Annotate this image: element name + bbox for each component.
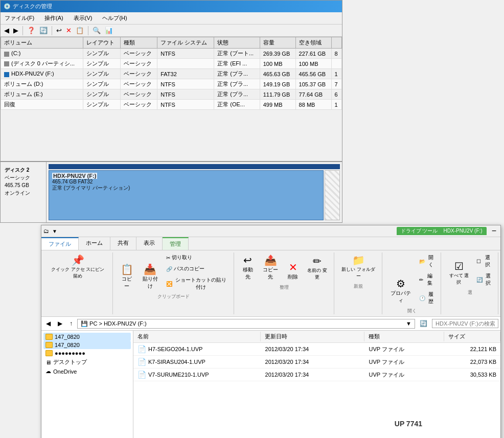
menu-help[interactable]: ヘルプ(H) xyxy=(100,13,129,23)
tab-home[interactable]: ホーム xyxy=(79,237,110,250)
nav-item[interactable]: ●●●●●●●●● xyxy=(43,349,131,357)
rescan-button[interactable]: 🔍 xyxy=(91,26,102,35)
vol-capacity: 149.19 GB xyxy=(260,79,295,89)
file-name: V7-SURUME210-1.UVP xyxy=(148,372,209,378)
col-name[interactable]: 名前 xyxy=(133,332,261,341)
vol-capacity: 269.39 GB xyxy=(260,49,295,59)
back-nav-button[interactable]: ◀ xyxy=(43,318,53,329)
vol-name: (ディスク 0 パーティシ... xyxy=(1,59,83,69)
quick-access-button[interactable]: 📌 クイック アクセ スにピン留め xyxy=(47,252,109,282)
menu-action[interactable]: 操作(A) xyxy=(42,13,65,23)
vol-extra: 1 xyxy=(331,69,341,79)
col-volume[interactable]: ボリューム xyxy=(1,37,83,49)
help-button[interactable]: ❓ xyxy=(26,26,37,35)
tab-manage[interactable]: 管理 xyxy=(163,237,189,250)
refresh-nav-button[interactable]: 🔄 xyxy=(417,318,430,329)
delete-ribbon-button[interactable]: ✕ 削除 xyxy=(283,260,303,283)
dropdown-arrow[interactable]: ▼ xyxy=(406,320,411,327)
col-date[interactable]: 更新日時 xyxy=(261,332,364,341)
address-bar: ◀ ▶ ↑ 💾 PC > HDX-PNU2V (F:) ▼ 🔄 xyxy=(41,317,500,331)
refresh-button[interactable]: 🔄 xyxy=(38,26,49,35)
new-folder-button[interactable]: 📁 新しい フォルダー xyxy=(338,252,379,282)
table-row[interactable]: HDX-PNU2V (F:) シンプル ベーシック FAT32 正常 (プラ..… xyxy=(1,69,342,79)
nav-item[interactable]: 147_0820 xyxy=(43,333,131,341)
history-button[interactable]: 🕐 履歴 xyxy=(417,289,438,307)
copy-to-button[interactable]: 📤 コピー先 xyxy=(259,252,282,283)
vol-layout: シンプル xyxy=(83,89,121,100)
undo-button[interactable]: ↩ xyxy=(55,26,63,35)
table-row[interactable]: ボリューム (D:) シンプル ベーシック NTFS 正常 (プラ... 149… xyxy=(1,79,342,89)
list-item[interactable]: 📄 V7-SURUME210-1.UVP 2012/03/20 17:34 UV… xyxy=(133,368,500,381)
search-input[interactable] xyxy=(432,319,498,328)
table-row[interactable]: (C:) シンプル ベーシック NTFS 正常 (ブート... 269.39 G… xyxy=(1,49,342,59)
vol-type: ベーシック xyxy=(120,69,157,79)
col-status[interactable]: 状態 xyxy=(214,37,260,49)
select-none-button[interactable]: ☐ 選択 xyxy=(474,252,495,270)
back-button[interactable]: ◀ xyxy=(3,26,11,35)
nav-item[interactable]: 🖥デスクトップ xyxy=(43,357,131,367)
drive-tools-tab[interactable]: ドライブ ツール HDX-PNU2V (F:) xyxy=(397,227,487,235)
delete-icon: ✕ xyxy=(289,262,297,272)
vol-capacity: 499 MB xyxy=(260,100,295,110)
col-size[interactable]: サイズ xyxy=(444,332,500,341)
vol-fs: FAT32 xyxy=(157,69,214,79)
tab-file[interactable]: ファイル xyxy=(41,237,79,250)
nav-item[interactable]: 147_0820 xyxy=(43,341,131,349)
tab-share[interactable]: 共有 xyxy=(110,237,136,250)
col-fs[interactable]: ファイル システム xyxy=(157,37,214,49)
file-type: UVP ファイル xyxy=(364,371,444,379)
table-row[interactable]: ボリューム (E:) シンプル ベーシック NTFS 正常 (プラ... 111… xyxy=(1,89,342,100)
select-label: 選 xyxy=(468,289,472,296)
nav-item[interactable]: ☁OneDrive xyxy=(43,367,131,376)
ribbon-content: 📌 クイック アクセ スにピン留め 📋 コピー 📥 貼り付け xyxy=(41,250,500,317)
disk2-partition[interactable]: HDX-PNU2V (F:) 465.74 GB FAT32 正常 (プライマリ… xyxy=(49,170,324,220)
list-item[interactable]: 📄 H7-SEIGO204-1.UVP 2012/03/20 17:34 UVP… xyxy=(133,343,500,356)
forward-button[interactable]: ▶ xyxy=(12,26,20,35)
up-nav-button[interactable]: ↑ xyxy=(67,318,75,329)
vol-fs xyxy=(157,59,214,69)
copy-path-button[interactable]: 🔗 パスのコピー xyxy=(164,264,231,274)
paste-button[interactable]: 📥 貼り付け xyxy=(138,262,163,292)
file-name-cell: 📄 H7-SEIGO204-1.UVP xyxy=(133,344,261,354)
more-button[interactable]: 📊 xyxy=(103,26,114,35)
paste-shortcut-button[interactable]: 🔀 ショートカットの貼り付け xyxy=(164,275,231,292)
move-button[interactable]: ↩ 移動先 xyxy=(238,252,258,283)
minimize-btn[interactable]: − xyxy=(490,226,498,236)
cut-button[interactable]: ✂ 切り取り xyxy=(164,252,231,263)
nav-item-label: 147_0820 xyxy=(55,334,80,340)
menu-file[interactable]: ファイル(F) xyxy=(3,13,36,23)
vol-fs: NTFS xyxy=(157,100,214,110)
open-label: 開く xyxy=(407,308,417,314)
properties-ribbon-button[interactable]: ⚙ プロパティ xyxy=(386,276,416,307)
col-free[interactable]: 空き領域 xyxy=(295,37,331,49)
col-layout[interactable]: レイアウト xyxy=(83,37,121,49)
col-extra[interactable] xyxy=(331,37,341,49)
rename-button[interactable]: ✏ 名前の 変更 xyxy=(304,253,331,283)
tab-view[interactable]: 表示 xyxy=(136,237,163,250)
col-type[interactable]: 種類 xyxy=(120,37,157,49)
table-row[interactable]: (ディスク 0 パーティシ... シンプル ベーシック 正常 (EFI ... … xyxy=(1,59,342,69)
edit-button[interactable]: ✏ 編集 xyxy=(417,271,438,288)
nav-item-label: ●●●●●●●●● xyxy=(55,350,85,356)
file-size: 22,121 KB xyxy=(445,345,500,353)
delete-button[interactable]: ✕ xyxy=(64,26,73,35)
properties-button[interactable]: 📋 xyxy=(74,26,85,35)
file-date: 2012/03/20 17:34 xyxy=(261,358,365,365)
address-path[interactable]: 💾 PC > HDX-PNU2V (F:) ▼ xyxy=(77,319,415,329)
table-row[interactable]: 回復 シンプル ベーシック NTFS 正常 (OE... 499 MB 88 M… xyxy=(1,100,342,110)
invert-select-button[interactable]: 🔄 選択 xyxy=(474,271,495,288)
col-capacity[interactable]: 容量 xyxy=(260,37,295,49)
nav-item-label: OneDrive xyxy=(53,368,77,375)
copy-button[interactable]: 📋 コピー xyxy=(117,262,137,292)
list-item[interactable]: 📄 K7-SIRASU204-1.UVP 2012/03/20 17:34 UV… xyxy=(133,356,500,368)
select-all-button[interactable]: ☑ すべて 選択 xyxy=(445,259,473,288)
menu-view[interactable]: 表示(V) xyxy=(72,13,95,23)
forward-nav-button[interactable]: ▶ xyxy=(55,318,65,329)
file-date: 2012/03/20 17:34 xyxy=(261,371,365,378)
vol-capacity: 111.79 GB xyxy=(260,89,295,100)
open-ribbon-button[interactable]: 📂 開く xyxy=(417,252,438,270)
scissors-icon: ✂ xyxy=(166,255,170,261)
col-type[interactable]: 種類 xyxy=(364,332,444,341)
select-buttons: ☑ すべて 選択 ☐ 選択 🔄 選択 xyxy=(445,252,495,288)
disk-panel-area: ディスク 2 ベーシック 465.75 GB オンライン HDX-PNU2V (… xyxy=(1,161,342,222)
